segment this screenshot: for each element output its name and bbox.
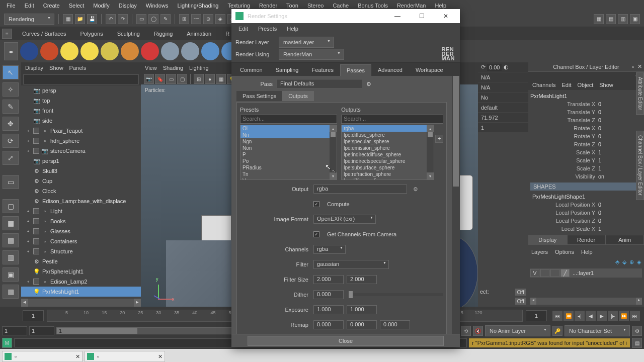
step-fwd-icon[interactable]: |▸ — [608, 311, 618, 321]
outputs-search-input[interactable]: Search... — [341, 115, 443, 124]
cb-menu-edit[interactable]: Edit — [561, 82, 571, 88]
outputs-listbox[interactable]: rgbalpe:diffuse_spherelpe:specular_spher… — [341, 125, 434, 180]
layer-scrollbar[interactable]: ◂▸ — [530, 298, 642, 305]
dialog-close-icon[interactable]: ✕ — [436, 10, 456, 23]
snap-plane-icon[interactable]: ◈ — [215, 14, 225, 24]
script-editor-icon[interactable]: ▤ — [632, 338, 642, 348]
pass-options-icon[interactable]: ⚙ — [366, 81, 374, 87]
outliner-item-persp[interactable]: 📷persp — [21, 85, 141, 96]
layers-menu-layers[interactable]: Layers — [531, 249, 548, 255]
presets-scrollbar[interactable]: ▴▾ — [330, 125, 337, 179]
dlg-tab-workspace[interactable]: Workspace — [409, 64, 450, 76]
save-scene-icon[interactable]: 💾 — [87, 14, 97, 24]
cb-attr-rotate-x[interactable]: Rotate X0 — [530, 124, 642, 132]
open-scene-icon[interactable]: 📁 — [75, 14, 85, 24]
output-item-lpediffusesphere[interactable]: lpe:diffuse_sphere — [342, 132, 434, 138]
range-start[interactable]: 1 — [2, 326, 27, 335]
preset-item-oi[interactable]: Oi — [240, 125, 337, 132]
filter-size-y[interactable]: 2.000 — [347, 275, 377, 284]
select-tool-icon[interactable]: ↖ — [3, 65, 19, 79]
menu-display[interactable]: Display — [114, 1, 141, 11]
cb-shape-attr-local-scale-x[interactable]: Local Scale X1 — [530, 225, 642, 233]
compute-checkbox[interactable]: ✓ — [313, 201, 319, 207]
snap-grid-icon[interactable]: ⊞ — [179, 14, 189, 24]
menu-create[interactable]: Create — [39, 1, 64, 11]
layer-move-up-icon[interactable]: ⬘ — [615, 259, 619, 265]
render-toggle-off-2[interactable]: Off — [515, 298, 526, 305]
outliner-item-cup[interactable]: ⚙Cup — [21, 176, 141, 186]
layout-2v-icon[interactable]: ▥ — [3, 250, 19, 264]
layers-menu-help[interactable]: Help — [581, 249, 593, 255]
play-fwd-icon[interactable]: ▶ — [597, 311, 607, 321]
shelf-icon-0[interactable] — [20, 42, 38, 60]
output-item-rgba[interactable]: rgba — [342, 125, 434, 132]
preset-item-ngn[interactable]: Ngn — [240, 138, 337, 145]
anim-layer-dropdown[interactable]: No Anim Layer — [485, 325, 550, 336]
preset-item-pradius[interactable]: PRadius — [240, 164, 337, 171]
range-loop-icon[interactable]: ⟲ — [461, 326, 471, 336]
outliner-item-skull3[interactable]: ⚙Skull3 — [21, 166, 141, 176]
dialog-minimize-icon[interactable]: — — [387, 10, 408, 23]
shelf-icon-1[interactable] — [40, 42, 58, 60]
cb-attr-rotate-z[interactable]: Rotate Z0 — [530, 140, 642, 148]
menu-windows[interactable]: Windows — [141, 1, 173, 11]
output-item-lpeindirectspecularsphere[interactable]: lpe:indirectspecular_sphere — [342, 158, 434, 164]
layer-vis-toggle[interactable]: V — [530, 269, 539, 277]
cb-shape-attr-local-position-z[interactable]: Local Position Z0 — [530, 217, 642, 225]
presets-listbox[interactable]: OiNnNgnNonPPoPRadiusTnVn▴▾ — [240, 125, 337, 180]
dither-slider[interactable] — [349, 293, 443, 296]
move-tool-icon[interactable]: ✥ — [3, 117, 19, 131]
vp-gate-icon[interactable]: ▭ — [166, 74, 176, 84]
cb-attr-translate-z[interactable]: Translate Z0 — [530, 116, 642, 124]
output-item-lpespecularsphere[interactable]: lpe:specular_sphere — [342, 138, 434, 145]
preset-item-vn[interactable]: Vn — [240, 177, 337, 180]
dialog-maximize-icon[interactable]: ☐ — [412, 10, 432, 23]
outliner-item-edisonlamp2[interactable]: +▫Edison_Lamp2 — [21, 277, 141, 287]
tab-render[interactable]: Render — [567, 235, 606, 245]
redo-icon[interactable]: ↷ — [118, 14, 128, 24]
image-format-dropdown[interactable]: OpenEXR (exr) — [313, 215, 376, 224]
dlg-tab-advanced[interactable]: Advanced — [371, 64, 409, 76]
dlg-tab-passes[interactable]: Passes — [340, 64, 371, 76]
vp-cam-icon[interactable]: 📷 — [144, 74, 154, 84]
cb-attr-scale-y[interactable]: Scale Y1 — [530, 156, 642, 164]
cb-menu-show[interactable]: Show — [599, 82, 613, 88]
cb-attr-scale-z[interactable]: Scale Z1 — [530, 164, 642, 172]
outliner-item-pixarteapot[interactable]: +▫Pixar_Teapot — [21, 126, 141, 136]
outliner-item-books[interactable]: +▫Books — [21, 216, 141, 226]
cb-attr-scale-x[interactable]: Scale X1 — [530, 148, 642, 156]
menu-modify[interactable]: Modify — [89, 1, 114, 11]
shelf-tab-sculpting[interactable]: Sculpting — [110, 28, 147, 39]
channel-box-dock-icon[interactable]: ▫ — [632, 64, 634, 70]
layout-four-icon[interactable]: ▦ — [3, 216, 19, 230]
layout-3-icon[interactable]: ▣ — [3, 267, 19, 282]
dlg-tab-common[interactable]: Common — [233, 64, 269, 76]
outliner-item-containers[interactable]: +▫Containers — [21, 236, 141, 246]
shelf-icon-9[interactable] — [201, 42, 219, 60]
key-icon[interactable]: ◐ — [504, 64, 509, 70]
vp-bookmark-icon[interactable]: 🔖 — [155, 74, 165, 84]
preset-item-tn[interactable]: Tn — [240, 171, 337, 177]
outliner-tree[interactable]: 📷persp📷top📷front📷side+▫Pixar_Teapot+▫hdr… — [21, 85, 141, 299]
add-output-button[interactable]: + — [435, 135, 443, 143]
channel-box-close-icon[interactable]: ✕ — [637, 63, 642, 70]
dlg-tab-features[interactable]: Features — [305, 64, 340, 76]
snap-curve-icon[interactable]: 〰 — [191, 14, 201, 24]
vp-textured-icon[interactable]: ▦ — [216, 74, 226, 84]
output-item-lpeemissionsphere[interactable]: lpe:emission_sphere — [342, 145, 434, 151]
layer-move-down-icon[interactable]: ⬙ — [622, 259, 626, 265]
outliner-item-clock[interactable]: ⚙Clock — [21, 186, 141, 196]
layer-new-icon[interactable]: ⊕ — [629, 259, 634, 265]
shelf-icon-5[interactable] — [121, 42, 139, 60]
outliner-item-front[interactable]: 📷front — [21, 106, 141, 116]
timeline-current[interactable]: 1 — [526, 310, 547, 321]
tab-anim[interactable]: Anim — [605, 235, 644, 245]
go-end-icon[interactable]: ⏭ — [630, 311, 640, 321]
outliner-item-edisonlampbasewithdisplace[interactable]: ⚙Edison_Lamp:base_with_displace — [21, 196, 141, 206]
subtab-outputs[interactable]: Outputs — [282, 91, 314, 101]
channels-dropdown[interactable]: rgba — [313, 245, 346, 254]
character-set-dropdown[interactable]: No Character Set — [565, 325, 630, 336]
range-pref-icon[interactable]: ⚙ — [632, 326, 642, 336]
dlg-menu-help[interactable]: Help — [282, 24, 303, 33]
shelf-icon-7[interactable] — [161, 42, 179, 60]
